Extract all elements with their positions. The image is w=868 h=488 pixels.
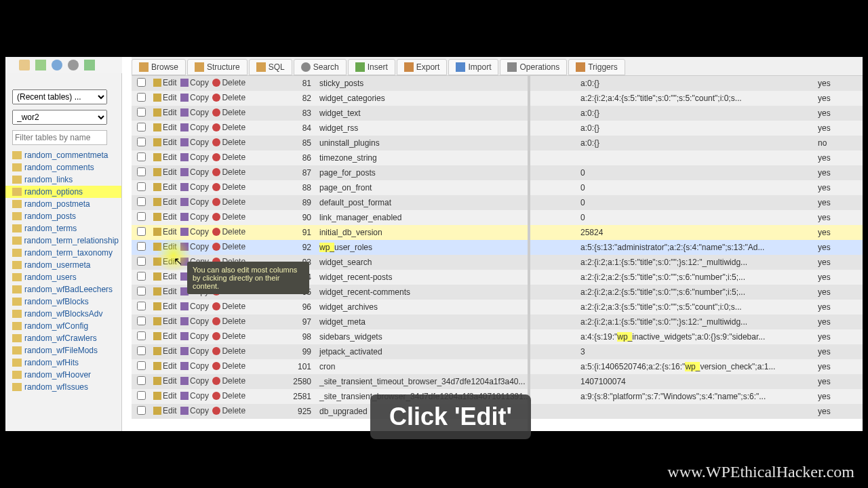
option-name[interactable]: widget_text [317, 106, 578, 121]
tab-export[interactable]: Export [397, 59, 448, 75]
row-checkbox[interactable] [137, 227, 146, 236]
sidebar-table-item[interactable]: random_term_taxonomy [5, 247, 121, 259]
option-name[interactable]: wp_user_roles [317, 240, 578, 255]
option-value[interactable]: a:2:{i:2;a:1:{s:5:"title";s:0:"";}s:12:"… [578, 314, 815, 329]
edit-link[interactable]: Edit [153, 376, 177, 386]
copy-link[interactable]: Copy [180, 108, 209, 117]
sidebar-table-item[interactable]: random_commentmeta [5, 149, 121, 161]
copy-link[interactable]: Copy [180, 212, 209, 222]
row-checkbox[interactable] [137, 376, 146, 385]
edit-link[interactable]: Edit [153, 272, 177, 281]
row-checkbox[interactable] [137, 212, 146, 221]
sidebar-table-item[interactable]: random_term_relationship [5, 235, 121, 247]
delete-link[interactable]: Delete [212, 376, 245, 386]
database-select[interactable]: _wor2 [12, 110, 107, 125]
refresh-icon[interactable] [84, 60, 95, 70]
option-name[interactable]: widget_recent-comments [317, 285, 578, 300]
option-value[interactable]: a:0:{} [578, 76, 815, 91]
option-name[interactable]: link_manager_enabled [317, 210, 578, 225]
option-value[interactable]: 0 [578, 210, 815, 225]
delete-link[interactable]: Delete [212, 406, 245, 415]
sidebar-table-item[interactable]: random_wfIssues [5, 381, 121, 393]
copy-link[interactable]: Copy [180, 78, 209, 87]
option-value[interactable]: 0 [578, 165, 815, 180]
option-name[interactable]: page_for_posts [317, 165, 578, 180]
option-name[interactable]: widget_meta [317, 314, 578, 329]
row-checkbox[interactable] [137, 302, 146, 310]
delete-link[interactable]: Delete [212, 361, 245, 371]
option-value[interactable]: a:0:{} [578, 121, 815, 136]
row-checkbox[interactable] [137, 287, 146, 296]
sidebar-table-item[interactable]: random_options [5, 186, 121, 198]
sidebar-table-item[interactable]: random_usermeta [5, 259, 121, 271]
delete-link[interactable]: Delete [212, 242, 245, 251]
sidebar-table-item[interactable]: random_posts [5, 210, 121, 222]
sidebar-table-item[interactable]: random_comments [5, 161, 121, 174]
copy-link[interactable]: Copy [180, 242, 209, 251]
tab-sql[interactable]: SQL [249, 59, 292, 75]
row-checkbox[interactable] [137, 346, 146, 355]
copy-link[interactable]: Copy [180, 152, 209, 162]
edit-link[interactable]: Edit [153, 391, 177, 401]
option-value[interactable]: 1407100074 [578, 374, 815, 389]
option-name[interactable]: timezone_string [317, 150, 578, 165]
option-value[interactable] [578, 150, 815, 165]
option-value[interactable]: a:2:{i:2;a:2:{s:5:"title";s:0:"";s:6:"nu… [578, 270, 815, 285]
copy-link[interactable]: Copy [180, 317, 209, 326]
row-checkbox[interactable] [137, 331, 146, 340]
row-checkbox[interactable] [137, 361, 146, 370]
edit-link[interactable]: Edit [153, 167, 177, 177]
option-name[interactable]: jetpack_activated [317, 344, 578, 359]
sidebar-table-item[interactable]: random_wfCrawlers [5, 332, 121, 344]
row-checkbox[interactable] [137, 272, 146, 281]
tab-browse[interactable]: Browse [132, 59, 186, 75]
option-value[interactable] [578, 404, 815, 419]
edit-link[interactable]: Edit [153, 287, 177, 296]
copy-link[interactable]: Copy [180, 138, 209, 147]
row-checkbox[interactable] [137, 391, 146, 400]
tab-structure[interactable]: Structure [187, 59, 248, 75]
delete-link[interactable]: Delete [212, 302, 245, 311]
delete-link[interactable]: Delete [212, 108, 245, 117]
row-checkbox[interactable] [137, 257, 146, 266]
option-value[interactable]: 0 [578, 195, 815, 210]
edit-link[interactable]: Edit [153, 93, 177, 102]
edit-link[interactable]: Edit [153, 212, 177, 222]
copy-link[interactable]: Copy [180, 227, 209, 237]
delete-link[interactable]: Delete [212, 227, 245, 237]
option-name[interactable]: cron [317, 359, 578, 374]
delete-link[interactable]: Delete [212, 138, 245, 147]
delete-link[interactable]: Delete [212, 197, 245, 207]
delete-link[interactable]: Delete [212, 123, 245, 132]
tab-operations[interactable]: Operations [500, 59, 567, 75]
copy-link[interactable]: Copy [180, 302, 209, 311]
option-value[interactable]: a:5:{i:1406520746;a:2:{s:16:"wp_version_… [578, 359, 815, 374]
option-value[interactable]: 3 [578, 344, 815, 359]
option-value[interactable]: a:2:{i:2;a:2:{s:5:"title";s:0:"";s:6:"nu… [578, 285, 815, 300]
sidebar-table-item[interactable]: random_terms [5, 222, 121, 235]
sidebar-table-item[interactable]: random_postmeta [5, 198, 121, 210]
copy-link[interactable]: Copy [180, 361, 209, 371]
sidebar-table-item[interactable]: random_wfHits [5, 357, 121, 369]
option-name[interactable]: initial_db_version [317, 225, 578, 240]
row-checkbox[interactable] [137, 197, 146, 206]
copy-link[interactable]: Copy [180, 123, 209, 132]
option-value[interactable]: 0 [578, 180, 815, 195]
delete-link[interactable]: Delete [212, 152, 245, 162]
delete-link[interactable]: Delete [212, 317, 245, 326]
edit-link[interactable]: Edit [153, 242, 177, 251]
copy-link[interactable]: Copy [180, 406, 209, 415]
edit-link[interactable]: Edit [153, 108, 177, 117]
home-icon[interactable] [19, 60, 30, 70]
edit-link[interactable]: Edit [153, 227, 177, 237]
row-checkbox[interactable] [137, 93, 146, 102]
option-name[interactable]: widget_search [317, 255, 578, 270]
row-checkbox[interactable] [137, 138, 146, 146]
option-name[interactable]: widget_recent-posts [317, 270, 578, 285]
edit-link[interactable]: Edit [153, 138, 177, 147]
sidebar-table-item[interactable]: random_wfFileMods [5, 344, 121, 357]
delete-link[interactable]: Delete [212, 331, 245, 341]
copy-link[interactable]: Copy [180, 391, 209, 401]
recent-tables-select[interactable]: (Recent tables) ... [12, 89, 107, 104]
sidebar-table-item[interactable]: random_users [5, 271, 121, 283]
